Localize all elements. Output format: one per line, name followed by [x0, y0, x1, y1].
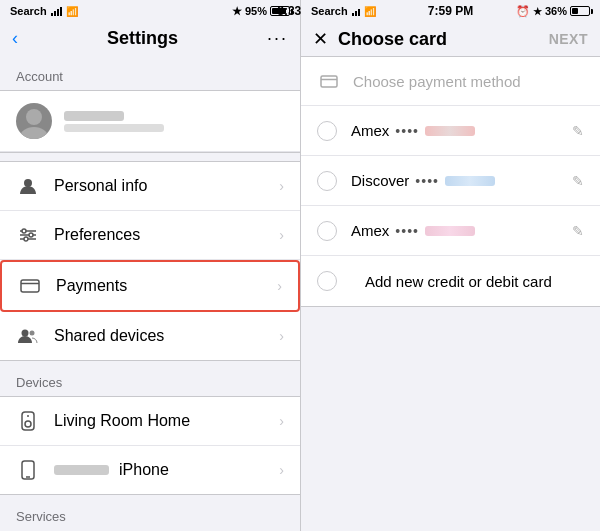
avatar — [16, 103, 52, 139]
choose-card-title: Choose card — [338, 29, 549, 50]
svg-point-11 — [22, 330, 29, 337]
left-status-right: ★ 95% — [232, 5, 290, 18]
account-email-blur — [64, 124, 164, 132]
left-status-bar: Search 📶 8:33 AM ★ 95% — [0, 0, 300, 22]
settings-title: Settings — [107, 28, 178, 49]
right-status-bar: Search 📶 7:59 PM ⏰ ★ 36% — [301, 0, 600, 22]
iphone-name-blur — [54, 465, 109, 475]
svg-point-1 — [20, 127, 48, 139]
devices-section-header: Devices — [0, 361, 300, 396]
devices-list: Living Room Home › iPhone › — [0, 396, 300, 495]
battery-pct: 95% — [245, 5, 267, 17]
amex-2-name: Amex •••• — [351, 222, 572, 239]
discover-blur — [445, 176, 495, 186]
svg-point-8 — [24, 237, 28, 241]
account-item-container — [0, 90, 300, 153]
speaker-icon — [16, 409, 40, 433]
back-button[interactable]: ‹ — [12, 28, 18, 49]
phone-icon — [16, 458, 40, 482]
svg-point-14 — [25, 421, 31, 427]
right-status-right: ⏰ ★ 36% — [516, 5, 590, 18]
living-room-label: Living Room Home — [54, 412, 279, 430]
payments-chevron: › — [277, 278, 282, 294]
right-status-left: Search 📶 — [311, 5, 376, 17]
personal-info-label: Personal info — [54, 177, 279, 195]
svg-point-12 — [30, 331, 35, 336]
svg-point-7 — [29, 233, 33, 237]
payment-method-header: Choose payment method — [301, 57, 600, 106]
card-list: Choose payment method Amex •••• ✎ Discov… — [301, 56, 600, 307]
amex-1-item[interactable]: Amex •••• ✎ — [301, 106, 600, 156]
sliders-icon — [16, 223, 40, 247]
left-nav-bar: ‹ Settings ··· — [0, 22, 300, 55]
right-battery-pct: 36% — [545, 5, 567, 17]
account-name-blur — [64, 111, 124, 121]
right-search-text: Search — [311, 5, 348, 17]
right-bluetooth-icon: ★ — [533, 6, 542, 17]
bluetooth-icon: ★ — [232, 5, 242, 18]
right-signal-bars-icon — [352, 6, 360, 16]
right-nav-bar: ✕ Choose card NEXT — [301, 22, 600, 56]
payment-placeholder: Choose payment method — [353, 73, 521, 90]
person-icon — [16, 174, 40, 198]
amex-2-blur — [425, 226, 475, 236]
account-profile-item[interactable] — [0, 91, 300, 152]
services-section-header: Services — [0, 495, 300, 530]
settings-menu-list: Personal info › Preferences › — [0, 161, 300, 361]
left-panel: Search 📶 8:33 AM ★ 95% ‹ Settings ··· Ac… — [0, 0, 300, 531]
amex-2-item[interactable]: Amex •••• ✎ — [301, 206, 600, 256]
account-section-header: Account — [0, 55, 300, 90]
svg-point-2 — [24, 179, 32, 187]
signal-bars-icon — [51, 6, 62, 16]
shared-devices-label: Shared devices — [54, 327, 279, 345]
right-time: 7:59 PM — [428, 4, 473, 18]
battery-fill — [272, 8, 286, 14]
discover-item[interactable]: Discover •••• ✎ — [301, 156, 600, 206]
payments-label: Payments — [56, 277, 277, 295]
amex-1-edit-icon[interactable]: ✎ — [572, 123, 584, 139]
svg-rect-9 — [21, 280, 39, 292]
preferences-label: Preferences — [54, 226, 279, 244]
svg-rect-18 — [321, 76, 337, 87]
right-alarm-icon: ⏰ — [516, 5, 530, 18]
close-button[interactable]: ✕ — [313, 28, 328, 50]
amex-2-edit-icon[interactable]: ✎ — [572, 223, 584, 239]
amex-1-blur — [425, 126, 475, 136]
search-text: Search — [10, 5, 47, 17]
discover-name: Discover •••• — [351, 172, 572, 189]
right-wifi-icon: 📶 — [364, 6, 376, 17]
living-room-item[interactable]: Living Room Home › — [0, 397, 300, 446]
next-button[interactable]: NEXT — [549, 31, 588, 47]
wifi-icon: 📶 — [66, 6, 78, 17]
living-room-chevron: › — [279, 413, 284, 429]
right-panel: Search 📶 7:59 PM ⏰ ★ 36% ✕ Choose card N… — [300, 0, 600, 531]
iphone-chevron: › — [279, 462, 284, 478]
persons-icon — [16, 324, 40, 348]
svg-point-0 — [26, 109, 42, 125]
personal-info-chevron: › — [279, 178, 284, 194]
right-battery-icon — [570, 6, 590, 16]
add-card-label: Add new credit or debit card — [365, 273, 552, 290]
discover-edit-icon[interactable]: ✎ — [572, 173, 584, 189]
iphone-label: iPhone — [54, 461, 279, 479]
svg-point-6 — [22, 229, 26, 233]
card-icon — [18, 274, 42, 298]
left-status-left: Search 📶 — [10, 5, 78, 17]
shared-devices-item[interactable]: Shared devices › — [0, 312, 300, 360]
amex-1-name: Amex •••• — [351, 122, 572, 139]
right-battery-fill — [572, 8, 578, 14]
amex-2-radio[interactable] — [317, 221, 337, 241]
discover-radio[interactable] — [317, 171, 337, 191]
amex-1-radio[interactable] — [317, 121, 337, 141]
payments-item[interactable]: Payments › — [0, 260, 300, 312]
add-card-radio[interactable] — [317, 271, 337, 291]
preferences-item[interactable]: Preferences › — [0, 211, 300, 260]
more-button[interactable]: ··· — [267, 28, 288, 49]
battery-icon — [270, 6, 290, 16]
preferences-chevron: › — [279, 227, 284, 243]
add-card-item[interactable]: Add new credit or debit card — [301, 256, 600, 306]
credit-card-icon — [317, 69, 341, 93]
iphone-item[interactable]: iPhone › — [0, 446, 300, 494]
account-info — [64, 111, 164, 132]
personal-info-item[interactable]: Personal info › — [0, 162, 300, 211]
